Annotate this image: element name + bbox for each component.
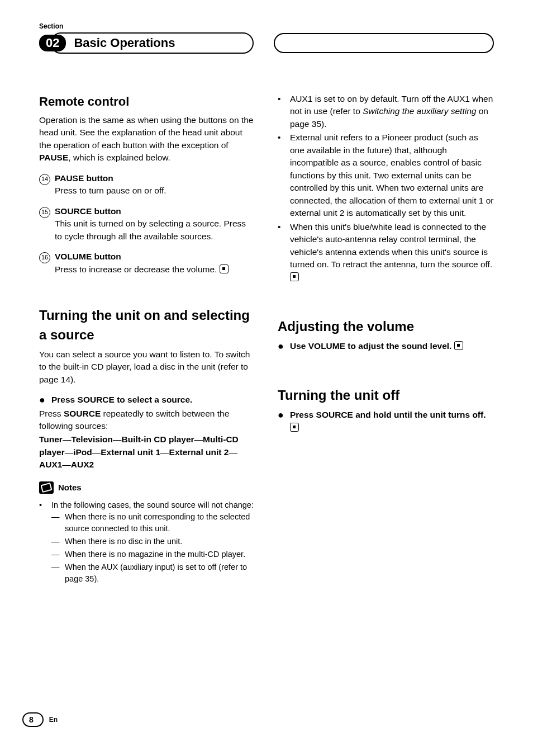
dash-icon: — bbox=[51, 511, 65, 535]
circled-number: 16 bbox=[39, 252, 50, 263]
seq: AUX2 bbox=[71, 460, 94, 469]
item-body: SOURCE button This unit is turned on by … bbox=[55, 205, 255, 243]
circled-number: 15 bbox=[39, 207, 50, 218]
seq: Tuner bbox=[39, 434, 63, 444]
list-item: • When this unit's blue/white lead is co… bbox=[278, 221, 494, 284]
bullet-icon: ● bbox=[278, 340, 290, 352]
note-item: • In the following cases, the sound sour… bbox=[39, 499, 255, 586]
end-mark-icon bbox=[220, 264, 229, 273]
item-title: PAUSE button bbox=[55, 172, 255, 185]
item-number: 14 bbox=[39, 172, 55, 197]
page: Section 02 Basic Operations Remote contr… bbox=[0, 0, 533, 756]
left-column: Remote control Operation is the same as … bbox=[39, 93, 255, 587]
language-label: En bbox=[49, 716, 58, 724]
seq: Built-in CD player bbox=[122, 434, 194, 444]
seq: External unit 2 bbox=[169, 447, 229, 457]
text: Use VOLUME to adjust the sound level. bbox=[290, 341, 451, 351]
text: AUX1 is set to on by default. Turn off t… bbox=[290, 93, 494, 130]
text-italic: Switching the auxiliary setting bbox=[363, 106, 476, 116]
text: When there is no unit corresponding to t… bbox=[65, 511, 255, 535]
sub-item: —When there is no unit corresponding to … bbox=[51, 511, 255, 535]
notes-icon bbox=[39, 481, 54, 494]
item-title: SOURCE button bbox=[55, 205, 255, 218]
text: When there is no disc in the unit. bbox=[65, 536, 255, 547]
text: When the AUX (auxiliary input) is set to… bbox=[65, 561, 255, 585]
right-column: • AUX1 is set to on by default. Turn off… bbox=[278, 93, 494, 587]
text: In the following cases, the sound source… bbox=[51, 500, 254, 509]
text: When this unit's blue/white lead is conn… bbox=[290, 222, 492, 269]
remote-control-heading: Remote control bbox=[39, 93, 255, 111]
chapter-number: 02 bbox=[39, 35, 66, 51]
text: Press SOURCE and hold until the unit tur… bbox=[290, 410, 486, 419]
dash-icon: — bbox=[51, 536, 65, 547]
item-desc: This unit is turned on by selecting a so… bbox=[55, 218, 255, 243]
page-header: 02 Basic Operations bbox=[39, 32, 494, 54]
content-columns: Remote control Operation is the same as … bbox=[39, 93, 494, 587]
press-source-bullet: ● Press SOURCE to select a source. bbox=[39, 394, 255, 406]
bullet-icon: • bbox=[278, 221, 290, 284]
text: Operation is the same as when using the … bbox=[39, 115, 253, 150]
adjust-volume-heading: Adjusting the volume bbox=[278, 317, 494, 337]
pause-word: PAUSE bbox=[39, 153, 68, 162]
end-mark-icon bbox=[290, 423, 299, 432]
text: When there is no magazine in the multi-C… bbox=[65, 549, 255, 560]
source-sequence: Tuner—Television—Built-in CD player—Mult… bbox=[39, 433, 255, 471]
page-footer: 8 En bbox=[22, 712, 58, 727]
item-title: VOLUME button bbox=[55, 251, 255, 263]
end-mark-icon bbox=[454, 341, 463, 350]
item-body: VOLUME button Press to increase or decre… bbox=[55, 251, 255, 276]
dash-icon: — bbox=[51, 549, 65, 560]
press-source-desc: Press SOURCE repeatedly to switch betwee… bbox=[39, 408, 255, 433]
notes-list: • In the following cases, the sound sour… bbox=[39, 499, 255, 586]
item-number: 16 bbox=[39, 251, 55, 276]
source-word: SOURCE bbox=[64, 409, 101, 418]
bullet-text: Press SOURCE and hold until the unit tur… bbox=[290, 409, 494, 434]
header-empty-capsule bbox=[274, 33, 494, 53]
item-number: 15 bbox=[39, 205, 55, 243]
text: Press bbox=[39, 409, 64, 418]
text: When this unit's blue/white lead is conn… bbox=[290, 221, 494, 284]
item-desc: Press to turn pause on or off. bbox=[55, 185, 255, 197]
button-item-source: 15 SOURCE button This unit is turned on … bbox=[39, 205, 255, 243]
seq: Television bbox=[71, 434, 113, 444]
turn-off-heading: Turning the unit off bbox=[278, 386, 494, 405]
bullet-icon: ● bbox=[278, 409, 290, 434]
remote-control-intro: Operation is the same as when using the … bbox=[39, 114, 255, 164]
text: External unit refers to a Pioneer produc… bbox=[290, 131, 494, 219]
bullet-text: Use VOLUME to adjust the sound level. bbox=[290, 340, 494, 352]
right-notes-list: • AUX1 is set to on by default. Turn off… bbox=[278, 93, 494, 284]
sub-item: —When there is no magazine in the multi-… bbox=[51, 549, 255, 560]
text: Press to increase or decrease the volume… bbox=[55, 264, 217, 274]
dash-icon: — bbox=[51, 561, 65, 585]
bullet-icon: ● bbox=[39, 394, 51, 406]
bullet-icon: • bbox=[278, 131, 290, 219]
note-sublist: —When there is no unit corresponding to … bbox=[51, 511, 255, 585]
list-item: • External unit refers to a Pioneer prod… bbox=[278, 131, 494, 219]
list-item: • AUX1 is set to on by default. Turn off… bbox=[278, 93, 494, 130]
notes-title: Notes bbox=[58, 481, 82, 494]
chapter-title: Basic Operations bbox=[50, 32, 254, 54]
sub-item: —When the AUX (auxiliary input) is set t… bbox=[51, 561, 255, 585]
item-desc: Press to increase or decrease the volume… bbox=[55, 263, 255, 276]
end-mark-icon bbox=[290, 272, 299, 281]
seq: iPod bbox=[73, 447, 92, 457]
chapter-title-text: Basic Operations bbox=[74, 36, 175, 50]
page-number: 8 bbox=[22, 712, 44, 727]
section-label: Section bbox=[39, 22, 494, 30]
note-text: In the following cases, the sound source… bbox=[51, 499, 255, 586]
bullet-icon: • bbox=[39, 499, 51, 586]
text: , which is explained below. bbox=[68, 153, 170, 162]
sub-item: —When there is no disc in the unit. bbox=[51, 536, 255, 547]
notes-header: Notes bbox=[39, 481, 255, 494]
turn-on-intro: You can select a source you want to list… bbox=[39, 348, 255, 386]
item-body: PAUSE button Press to turn pause on or o… bbox=[55, 172, 255, 197]
turn-on-heading: Turning the unit on and selecting a sour… bbox=[39, 306, 255, 345]
button-item-volume: 16 VOLUME button Press to increase or de… bbox=[39, 251, 255, 276]
bullet-icon: • bbox=[278, 93, 290, 130]
turn-off-bullet: ● Press SOURCE and hold until the unit t… bbox=[278, 409, 494, 434]
button-item-pause: 14 PAUSE button Press to turn pause on o… bbox=[39, 172, 255, 197]
bullet-text: Press SOURCE to select a source. bbox=[51, 394, 255, 406]
seq: External unit 1 bbox=[101, 447, 160, 457]
adjust-volume-bullet: ● Use VOLUME to adjust the sound level. bbox=[278, 340, 494, 352]
circled-number: 14 bbox=[39, 174, 50, 185]
